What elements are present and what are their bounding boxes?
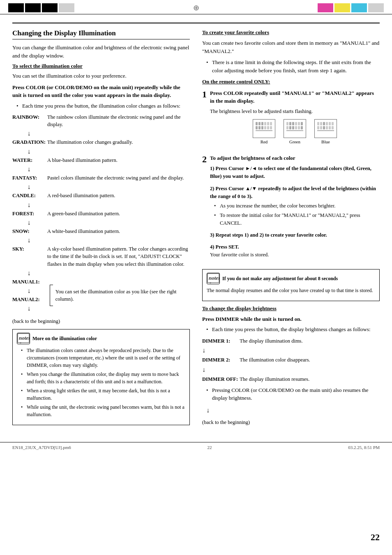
notes-header: notes More on the illumination color (17, 333, 185, 344)
dimmer-off-label: DIMMER OFF: (202, 375, 240, 384)
arrow-fantasy: ↓ (12, 182, 47, 191)
section-title: Changing the Display Illumination (12, 29, 190, 39)
sub-step-2: 2) Press Cursor ▲/▼ repeatedly to adjust… (210, 185, 380, 227)
color-desc-sky: A sky-color based illumination pattern. … (47, 245, 190, 268)
arrow-rainbow: ↓ (12, 129, 47, 138)
color-label-fantasy: FANTASY: (12, 174, 47, 182)
table-row: FANTASY: Pastel colors illuminate the el… (12, 174, 190, 182)
on-remote-label: On the remote control ONLY: (202, 78, 380, 86)
svg-rect-8 (264, 122, 266, 125)
display-label-green: Green (289, 139, 300, 144)
color-block-black2 (25, 3, 41, 12)
svg-rect-27 (286, 130, 303, 131)
dimmer-bullet-intro: Each time you press the button, the disp… (202, 325, 380, 334)
dimmer-instruction: Press DIMMER while the unit is turned on… (202, 315, 380, 323)
color-desc-rainbow: The rainbow colors illuminate the electr… (47, 113, 190, 129)
page-content: Changing the Display Illumination You ca… (0, 14, 392, 442)
table-row: SKY: A sky-color based illumination patt… (12, 245, 190, 268)
svg-rect-31 (317, 126, 319, 129)
svg-rect-28 (317, 122, 319, 125)
create-colors-bullets: There is a time limit in doing the follo… (202, 58, 380, 74)
svg-rect-30 (323, 122, 325, 125)
sub-step-3-label: 3) (210, 232, 216, 238)
color-label-manual1: MANUAL1: (12, 278, 47, 286)
sub-step-4-label: 4) (210, 244, 216, 250)
footer-left: EN18_23UX_A7DVD[UJ].pm6 (12, 445, 71, 450)
table-row: RAINBOW: The rainbow colors illuminate t… (12, 113, 190, 129)
svg-rect-32 (320, 126, 322, 129)
sub-step-1-number: 1) (210, 166, 216, 171)
arrow-sky: ↓ (12, 268, 47, 278)
top-rule (12, 23, 380, 23)
svg-rect-5 (256, 126, 258, 129)
display-red: Red (253, 119, 275, 144)
dimmer-section: To change the display brightness Press D… (202, 305, 380, 426)
table-row: DIMMER OFF: The display illumination res… (202, 375, 380, 384)
sub-step-4-sub: Your favorite color is stored. (210, 252, 269, 258)
svg-text:notes: notes (19, 335, 30, 341)
color-desc-forest: A green-based illumination pattern. (47, 210, 190, 218)
right-column: To create your favorite colors You can c… (202, 29, 380, 430)
dimmer-title: To change the display brightness (202, 305, 380, 312)
dimmer2-desc: The illumination color disappears. (240, 356, 380, 364)
svg-rect-2 (256, 122, 258, 125)
step2-block: 2 To adjust the brightness of each color… (202, 154, 380, 263)
display-label-blue: Blue (321, 139, 330, 144)
notes-header-2: notes If you do not make any adjustment … (207, 273, 375, 284)
svg-rect-15 (286, 122, 288, 125)
dimmer-extra-bullets: Pressing COLOR (or COLOR/DEMO on the mai… (202, 386, 380, 402)
svg-rect-13 (270, 126, 272, 129)
sub-step-3-text: Repeat steps 1) and 2) to create your fa… (216, 232, 327, 238)
top-bar-left-blocks (8, 3, 74, 12)
color-block-yellow (334, 3, 350, 12)
arrow-snow: ↓ (12, 235, 47, 245)
create-colors-title: To create your favorite colors (202, 29, 380, 36)
sub-step-2-text: Press Cursor ▲/▼ repeatedly to adjust th… (210, 186, 376, 199)
page-number: 22 (371, 532, 380, 543)
sub-step-4-text: Press SET. (216, 244, 239, 250)
notes-item-3: While using the unit, the electronic swi… (21, 403, 185, 418)
subsection1-desc: You can set the illumination color to yo… (12, 72, 190, 80)
table-row: ↓ (12, 182, 190, 191)
table-row: ↓ (12, 164, 190, 174)
color-label-gradation: GRADATION: (12, 138, 47, 146)
step2-content: To adjust the brightness of each color 1… (210, 154, 380, 263)
svg-rect-35 (329, 122, 331, 125)
display-diagram: Red (210, 119, 380, 144)
center-symbol: ⊕ (193, 3, 199, 12)
svg-rect-17 (292, 122, 294, 125)
sub-step-2-bullet-1: To restore the initial color for "MANUAL… (214, 212, 380, 227)
arrow-forest: ↓ (12, 218, 47, 227)
svg-rect-39 (332, 126, 334, 129)
svg-rect-21 (295, 122, 297, 125)
dimmer1-label: DIMMER 1: (202, 337, 240, 345)
arrow-manual1: ↓ (12, 286, 47, 295)
svg-rect-9 (267, 122, 269, 125)
color-desc-fantasy: Pastel colors illuminate the electronic … (47, 174, 190, 182)
table-row: ↓ (12, 218, 190, 227)
table-row: ↓ (12, 200, 190, 210)
table-row: DIMMER 2: The illumination color disappe… (202, 356, 380, 364)
color-label-rainbow: RAINBOW: (12, 113, 47, 129)
svg-rect-38 (329, 126, 331, 129)
step1-number: 1 (202, 89, 207, 100)
arrow-candle: ↓ (12, 200, 47, 210)
dimmer-off-desc: The display illumination resumes. (240, 375, 380, 384)
notes-icon-2: notes (207, 273, 220, 284)
notes-list: The illumination colors cannot always be… (17, 347, 185, 418)
sub-step-4: 4) Press SET. Your favorite color is sto… (210, 243, 380, 259)
svg-rect-14 (256, 130, 272, 131)
svg-rect-7 (261, 126, 263, 129)
color-block-cyan (351, 3, 367, 12)
color-block-black3 (42, 3, 58, 12)
notes-box: notes More on the illumination color The… (12, 329, 190, 425)
color-label-manual2: MANUAL2: (12, 295, 47, 304)
table-row: MANUAL1: You can set the illumination co… (12, 278, 190, 286)
svg-text:notes: notes (209, 275, 219, 281)
table-row: ↓ (12, 235, 190, 245)
color-change-bullet: Each time you press the button, the illu… (16, 102, 190, 110)
left-column: Changing the Display Illumination You ca… (12, 29, 190, 430)
color-label-forest: FOREST: (12, 210, 47, 218)
notes2-text: The normal display resumes and the color… (207, 287, 375, 294)
manual-note-text: You can set the illumination color as yo… (55, 288, 188, 303)
